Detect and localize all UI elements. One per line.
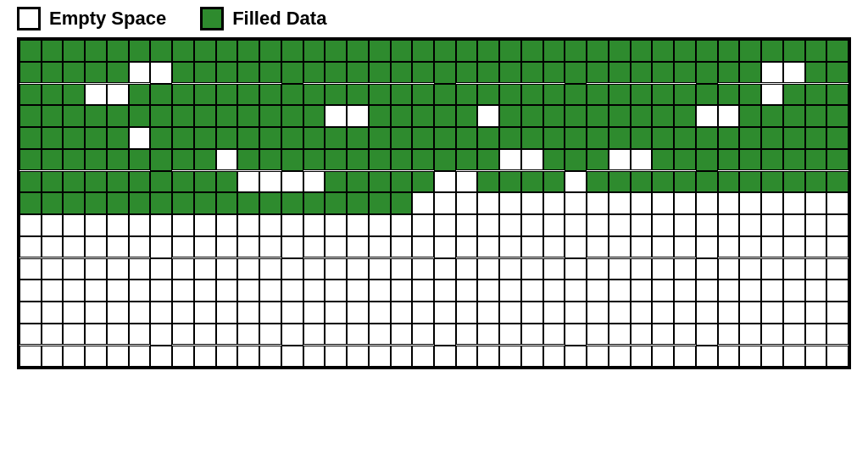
grid-cell xyxy=(761,84,783,106)
grid-cell xyxy=(543,127,565,149)
grid-cell xyxy=(477,127,499,149)
grid-cell xyxy=(19,214,42,236)
grid-cell xyxy=(369,84,391,106)
grid-cell xyxy=(826,302,849,324)
grid-cell xyxy=(216,258,238,280)
grid-cell xyxy=(718,280,740,302)
grid-cell xyxy=(325,346,347,368)
grid-cell xyxy=(434,84,456,106)
grid-cell xyxy=(281,62,303,84)
grid-cell xyxy=(477,192,499,214)
grid-cell xyxy=(477,258,499,280)
grid-cell xyxy=(391,105,413,127)
grid-cell xyxy=(609,258,631,280)
grid-cell xyxy=(565,280,587,302)
grid-cell xyxy=(259,62,281,84)
grid-cell xyxy=(325,84,347,106)
grid-cell xyxy=(696,324,718,346)
grid-cell xyxy=(631,105,653,127)
grid-cell xyxy=(477,214,499,236)
grid-cell xyxy=(805,280,827,302)
grid-cell xyxy=(783,105,805,127)
grid-cell xyxy=(499,127,521,149)
grid-cell xyxy=(216,324,238,346)
grid-cell xyxy=(718,171,740,193)
empty-legend-label: Empty Space xyxy=(49,8,166,30)
grid-cell xyxy=(739,324,761,346)
grid-cell xyxy=(347,149,369,171)
grid-cell xyxy=(718,149,740,171)
grid-cell xyxy=(631,236,653,258)
grid-cell xyxy=(347,324,369,346)
grid-cell xyxy=(761,62,783,84)
grid-cell xyxy=(587,302,609,324)
grid-cell xyxy=(718,127,740,149)
grid-cell xyxy=(783,258,805,280)
grid-cell xyxy=(42,280,64,302)
grid-cell xyxy=(674,258,696,280)
grid-cell xyxy=(369,40,391,62)
grid-cell xyxy=(107,62,129,84)
grid-cell xyxy=(281,105,303,127)
grid-cell xyxy=(543,171,565,193)
grid-cell xyxy=(499,105,521,127)
grid-cell xyxy=(19,40,42,62)
grid-cell xyxy=(521,346,543,368)
grid-cell xyxy=(696,302,718,324)
grid-cell xyxy=(565,127,587,149)
grid-cell xyxy=(783,127,805,149)
grid-cell xyxy=(652,171,674,193)
grid-cell xyxy=(674,62,696,84)
grid-cell xyxy=(499,84,521,106)
grid-cell xyxy=(565,324,587,346)
grid-cell xyxy=(674,40,696,62)
grid-cell xyxy=(303,84,326,106)
grid-cell xyxy=(543,324,565,346)
grid-cell xyxy=(107,192,129,214)
grid-cell xyxy=(19,105,42,127)
grid-cell xyxy=(42,346,64,368)
grid-cell xyxy=(696,149,718,171)
grid-cell xyxy=(674,84,696,106)
grid-cell xyxy=(805,127,827,149)
grid-cell xyxy=(826,84,849,106)
grid-cell xyxy=(107,346,129,368)
grid-cell xyxy=(826,40,849,62)
grid-cell xyxy=(347,258,369,280)
grid-cell xyxy=(129,280,151,302)
grid-cell xyxy=(150,84,172,106)
grid-cell xyxy=(237,192,259,214)
grid-cell xyxy=(587,346,609,368)
grid-cell xyxy=(609,62,631,84)
grid-cell xyxy=(477,324,499,346)
grid-cell xyxy=(281,346,303,368)
grid-cell xyxy=(805,149,827,171)
grid-cell xyxy=(150,40,172,62)
grid-cell xyxy=(150,214,172,236)
grid-cell xyxy=(303,105,326,127)
grid-cell xyxy=(674,302,696,324)
grid-cell xyxy=(434,62,456,84)
grid-cell xyxy=(631,149,653,171)
grid-cell xyxy=(609,40,631,62)
grid-cell xyxy=(85,84,107,106)
grid-cell xyxy=(369,346,391,368)
grid-cell xyxy=(783,40,805,62)
grid-cell xyxy=(150,105,172,127)
grid-cell xyxy=(150,236,172,258)
grid-cell xyxy=(456,324,478,346)
grid-cell xyxy=(129,258,151,280)
grid-cell xyxy=(85,258,107,280)
grid-cell xyxy=(631,214,653,236)
grid-cell xyxy=(150,280,172,302)
grid-cell xyxy=(739,105,761,127)
grid-cell xyxy=(783,280,805,302)
grid-cell xyxy=(499,171,521,193)
grid-cell xyxy=(543,149,565,171)
grid-cell xyxy=(347,236,369,258)
grid-cell xyxy=(303,258,326,280)
grid-cell xyxy=(391,346,413,368)
grid-cell xyxy=(826,324,849,346)
grid-cell xyxy=(63,127,85,149)
grid-cell xyxy=(805,192,827,214)
